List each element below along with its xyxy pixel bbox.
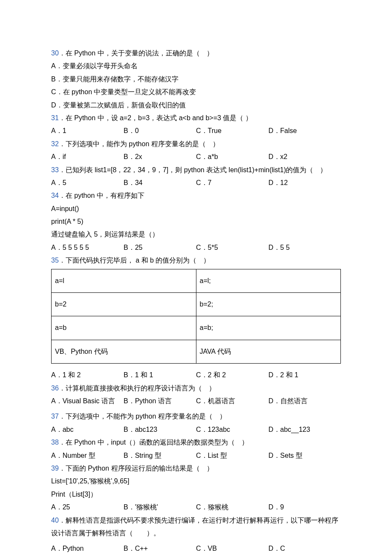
question-stem: 31．在 Python 中，设 a=2，b=3，表达式 a<b and b>=3… <box>51 112 341 124</box>
option-d: D．自然语言 <box>268 395 341 408</box>
option-c: C．7 <box>196 176 268 189</box>
option-b: B．'猕猴桃' <box>124 501 196 514</box>
option-d: D．12 <box>268 176 341 189</box>
table-cell: VB、Python 代码 <box>52 340 196 363</box>
question-30: 30．在 Python 中，关于变量的说法，正确的是（ ） A．变量必须以字母开… <box>51 47 341 112</box>
question-stem: 32．下列选项中，能作为 python 程序变量名的是（ ） <box>51 138 341 150</box>
option-b: B．1 和 1 <box>124 369 196 382</box>
question-33: 33．已知列表 list1=[8，22，34，9，7]，则 python 表达式… <box>51 164 341 190</box>
options-row: A．abc B．abc123 C．123abc D．abc__123 <box>51 423 341 436</box>
option-d: D．x2 <box>268 150 341 163</box>
question-text: ．下列选项中，不能作为 python 程序变量名的是（ ） <box>59 413 226 420</box>
question-number: 36 <box>51 384 59 392</box>
option-c: C．123abc <box>196 423 268 436</box>
question-40: 40．解释性语言是指源代码不要求预先进行编译，在运行时才进行解释再运行，以下哪一… <box>51 514 341 555</box>
table-row: VB、Python 代码 JAVA 代码 <box>52 340 341 363</box>
question-text: ．在 Python 中，设 a=2，b=3，表达式 a<b and b>=3 值… <box>59 114 252 121</box>
code-line: Print（List[3]） <box>51 488 341 501</box>
document-page: 30．在 Python 中，关于变量的说法，正确的是（ ） A．变量必须以字母开… <box>0 0 392 555</box>
option-c: C．VB <box>196 542 268 555</box>
option-c: C．在 python 中变量类型一旦定义就不能再改变 <box>51 86 341 98</box>
options-row: A．1 B．0 C．True D．False <box>51 124 341 137</box>
option-b: B．0 <box>124 124 196 137</box>
option-d: D．Sets 型 <box>268 449 341 462</box>
table-cell: a=l; <box>196 269 341 292</box>
option-d: D．变量被第二次赋值后，新值会取代旧的值 <box>51 99 341 112</box>
question-text: ．在 Python 中，input（）函数的返回结果的数据类型为（ ） <box>59 439 248 446</box>
option-d: D．2 和 1 <box>268 369 341 382</box>
option-b: B．25 <box>124 241 196 254</box>
option-c: C．True <box>196 124 268 137</box>
options-row: A．Python B．C++ C．VB D．C <box>51 542 341 555</box>
option-a: A．Number 型 <box>51 449 124 462</box>
code-line: List=['10',25,'猕猴桃',9,65] <box>51 475 341 488</box>
table-cell: a=b; <box>196 316 341 340</box>
question-stem: 36．计算机能直接接收和执行的程序设计语言为（ ） <box>51 382 341 395</box>
question-stem: 34．在 python 中，有程序如下 <box>51 189 341 202</box>
table-cell: a=l <box>52 269 196 292</box>
question-text: ．下面代码执行完毕后， a 和 b 的值分别为（ ） <box>59 257 210 264</box>
table-row: a=l a=l; <box>52 269 341 292</box>
options-row: A．1 和 2 B．1 和 1 C．2 和 2 D．2 和 1 <box>51 369 341 382</box>
code-line: A=input() <box>51 202 341 215</box>
option-a: A．5 5 5 5 5 <box>51 241 124 254</box>
question-stem: 35．下面代码执行完毕后， a 和 b 的值分别为（ ） <box>51 254 341 267</box>
option-a: A．变量必须以字母开头命名 <box>51 60 341 72</box>
options-row: A．Visual Basic 语言 B．Python 语言 C．机器语言 D．自… <box>51 395 341 408</box>
options-row: A．Number 型 B．String 型 C．List 型 D．Sets 型 <box>51 449 341 462</box>
question-number: 39 <box>51 465 59 472</box>
question-stem: 40．解释性语言是指源代码不要求预先进行编译，在运行时才进行解释再运行，以下哪一… <box>51 514 341 540</box>
question-number: 31 <box>51 114 59 121</box>
option-c: C．a*b <box>196 150 268 163</box>
question-text: ．下列选项中，能作为 python 程序变量名的是（ ） <box>59 140 219 147</box>
option-c: C．5*5 <box>196 241 268 254</box>
option-a: A．25 <box>51 501 124 514</box>
option-b: B．变量只能用来存储数字，不能存储汉字 <box>51 73 341 86</box>
option-c: C．2 和 2 <box>196 369 268 382</box>
option-a: A．5 <box>51 176 124 189</box>
options-row: A．5 B．34 C．7 D．12 <box>51 176 341 189</box>
question-number: 40 <box>51 517 59 524</box>
option-d: D．False <box>268 124 341 137</box>
options-row: A．5 5 5 5 5 B．25 C．5*5 D．5 5 <box>51 241 341 254</box>
option-b: B．2x <box>124 150 196 163</box>
question-stem: 38．在 Python 中，input（）函数的返回结果的数据类型为（ ） <box>51 436 341 449</box>
question-text: ．在 python 中，有程序如下 <box>59 192 144 199</box>
question-stem: 33．已知列表 list1=[8，22，34，9，7]，则 python 表达式… <box>51 164 341 176</box>
question-text: ．解释性语言是指源代码不要求预先进行编译，在运行时才进行解释再运行，以下哪一种程… <box>51 517 338 537</box>
question-number: 34 <box>51 192 59 199</box>
option-a: A．1 <box>51 124 124 137</box>
table-cell: b=2; <box>196 293 341 316</box>
question-stem: 30．在 Python 中，关于变量的说法，正确的是（ ） <box>51 47 341 60</box>
question-36: 36．计算机能直接接收和执行的程序设计语言为（ ） A．Visual Basic… <box>51 382 341 408</box>
question-text: ．已知列表 list1=[8，22，34，9，7]，则 python 表达式 l… <box>59 166 327 173</box>
option-a: A．Visual Basic 语言 <box>51 395 124 408</box>
question-number: 32 <box>51 140 59 147</box>
table-row: b=2 b=2; <box>52 293 341 316</box>
option-d: D．5 5 <box>268 241 341 254</box>
options-row: A．if B．2x C．a*b D．x2 <box>51 150 341 163</box>
options-row: A．25 B．'猕猴桃' C．猕猴桃 D．9 <box>51 501 341 514</box>
option-c: C．猕猴桃 <box>196 501 268 514</box>
question-number: 30 <box>51 49 59 57</box>
option-a: A．abc <box>51 423 124 436</box>
question-number: 37 <box>51 413 59 420</box>
option-b: B．abc123 <box>124 423 196 436</box>
question-text: ．在 Python 中，关于变量的说法，正确的是（ ） <box>59 49 213 57</box>
option-a: A．Python <box>51 542 124 555</box>
option-b: B．String 型 <box>124 449 196 462</box>
option-a: A．1 和 2 <box>51 369 124 382</box>
question-number: 35 <box>51 257 59 264</box>
option-d: D．abc__123 <box>268 423 341 436</box>
option-c: C．List 型 <box>196 449 268 462</box>
question-sub: 通过键盘输入 5，则运算结果是（） <box>51 228 341 241</box>
option-b: B．34 <box>124 176 196 189</box>
option-b: B．Python 语言 <box>124 395 196 408</box>
question-32: 32．下列选项中，能作为 python 程序变量名的是（ ） A．if B．2x… <box>51 138 341 164</box>
code-table: a=l a=l; b=2 b=2; a=b a=b; VB、Python 代码 … <box>51 269 341 364</box>
option-c: C．机器语言 <box>196 395 268 408</box>
table-cell: JAVA 代码 <box>196 340 341 363</box>
table-cell: b=2 <box>52 293 196 316</box>
question-34: 34．在 python 中，有程序如下 A=input() print(A * … <box>51 189 341 254</box>
table-row: a=b a=b; <box>52 316 341 340</box>
